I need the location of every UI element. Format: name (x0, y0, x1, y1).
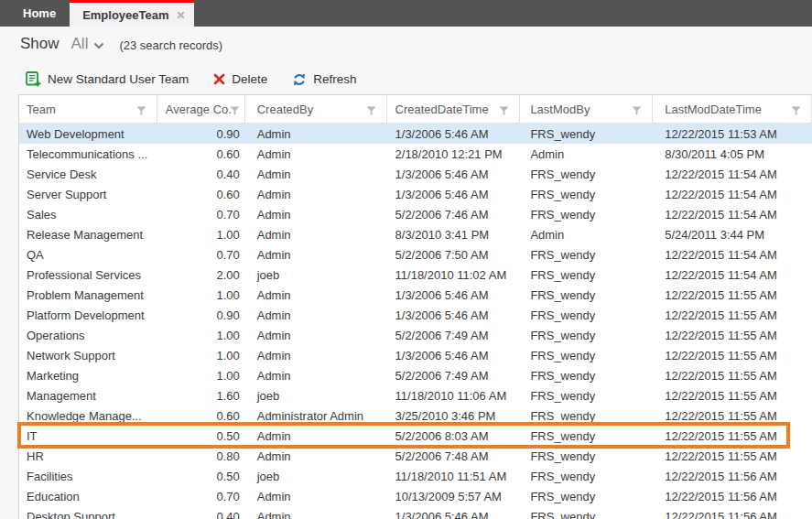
cell-average-co: 0.90 (157, 308, 245, 322)
cell-createdby: Admin (245, 490, 387, 503)
cell-team: Management (19, 389, 157, 403)
column-header-createddatetime[interactable]: CreatedDateTime (387, 95, 521, 123)
refresh-label: Refresh (313, 72, 356, 86)
cell-team: Server Support (19, 188, 157, 201)
cell-team: Facilities (19, 470, 157, 483)
cell-createddatetime: 11/18/2010 11:51 AM (387, 470, 521, 483)
cell-team: HR (19, 449, 157, 463)
cell-average-co: 1.00 (157, 228, 245, 242)
cell-createddatetime: 1/3/2006 5:46 AM (387, 168, 521, 181)
table-row[interactable]: Release Management1.00Admin8/3/2010 3:41… (19, 224, 812, 244)
table-row[interactable]: Facilities0.50joeb11/18/2010 11:51 AMFRS… (19, 466, 812, 486)
cell-average-co: 0.80 (157, 449, 245, 463)
table-row[interactable]: Operations1.00Admin5/2/2006 7:49 AMFRS_w… (19, 325, 812, 345)
cell-lastmodby: FRS_wendy (520, 429, 653, 443)
table-row[interactable]: Desktop Support0.40Admin1/3/2006 5:46 AM… (19, 506, 812, 519)
filter-icon[interactable] (632, 104, 642, 118)
cell-lastmodby: FRS_wendy (520, 510, 653, 519)
cell-createddatetime: 5/2/2006 7:49 AM (387, 329, 521, 342)
cell-createddatetime: 1/3/2006 5:46 AM (387, 349, 521, 362)
record-count: (23 search records) (119, 36, 222, 52)
table-row[interactable]: Knowledge Manage...0.60Administrator Adm… (19, 405, 812, 426)
cell-createdby: Admin (245, 147, 387, 161)
filter-icon[interactable] (791, 104, 801, 118)
cell-lastmodby: FRS_wendy (520, 470, 653, 483)
table-row[interactable]: QA0.70Admin5/2/2006 7:50 AMFRS_wendy12/2… (19, 244, 812, 265)
cell-average-co: 2.00 (157, 268, 245, 282)
cell-average-co: 0.50 (157, 470, 245, 483)
table-row[interactable]: Management1.60joeb11/18/2010 11:06 AMFRS… (19, 385, 812, 405)
cell-lastmodby: FRS_wendy (520, 349, 653, 362)
table-row[interactable]: Problem Management1.00Admin1/3/2006 5:46… (19, 285, 812, 305)
column-header-average-co[interactable]: Average Co. (157, 95, 245, 123)
table-row[interactable]: HR0.80Admin5/2/2006 7:48 AMFRS_wendy12/2… (19, 446, 812, 466)
show-filter-dropdown[interactable]: All (71, 35, 105, 53)
table-row[interactable]: Sales0.70Admin5/2/2006 7:46 AMFRS_wendy1… (19, 204, 812, 224)
table-row[interactable]: Education0.70Admin10/13/2009 5:57 AMFRS_… (19, 486, 812, 506)
table-row[interactable]: Platform Development0.90Admin1/3/2006 5:… (19, 305, 812, 325)
cell-lastmoddatetime: 12/22/2015 11:53 AM (653, 127, 812, 141)
table-row[interactable]: Network Support1.00Admin1/3/2006 5:46 AM… (19, 345, 812, 365)
cell-createddatetime: 3/25/2010 3:46 PM (387, 409, 521, 423)
column-header-createdby[interactable]: CreatedBy (245, 95, 387, 123)
cell-lastmodby: FRS_wendy (520, 409, 653, 423)
cell-lastmodby: FRS_wendy (520, 188, 653, 201)
cell-team: QA (19, 248, 157, 262)
delete-button[interactable]: Delete (213, 72, 267, 86)
cell-createdby: Admin (245, 510, 387, 519)
cell-createddatetime: 2/18/2010 12:21 PM (387, 147, 521, 161)
new-standard-user-team-button[interactable]: New Standard User Team (26, 71, 189, 87)
tab-employeeteam[interactable]: EmployeeTeam (70, 0, 193, 27)
cell-team: Marketing (19, 369, 157, 383)
cell-createddatetime: 5/2/2006 8:03 AM (387, 429, 521, 443)
filter-icon[interactable] (136, 104, 146, 118)
column-header-label: LastModDateTime (665, 103, 762, 116)
tab-home[interactable]: Home (9, 0, 70, 27)
cell-team: IT (19, 429, 157, 443)
cell-createdby: Admin (245, 228, 387, 242)
cell-createddatetime: 1/3/2006 5:46 AM (387, 127, 521, 141)
cell-lastmoddatetime: 12/22/2015 11:55 AM (653, 349, 812, 362)
table-row[interactable]: Web Development0.90Admin1/3/2006 5:46 AM… (19, 124, 812, 144)
table-row[interactable]: Telecommunications ...0.60Admin2/18/2010… (19, 144, 812, 164)
cell-lastmodby: FRS_wendy (520, 268, 653, 282)
column-header-lastmoddatetime[interactable]: LastModDateTime (653, 95, 812, 123)
table-row[interactable]: Marketing1.00Admin5/2/2006 7:49 AMFRS_we… (19, 365, 812, 385)
table-row[interactable]: IT0.50Admin5/2/2006 8:03 AMFRS_wendy12/2… (19, 426, 812, 446)
column-header-team[interactable]: Team (19, 95, 157, 123)
cell-average-co: 1.00 (157, 349, 245, 362)
cell-lastmoddatetime: 12/22/2015 11:56 AM (653, 470, 812, 483)
cell-average-co: 1.00 (157, 329, 245, 342)
cell-team: Operations (19, 329, 157, 342)
cell-createdby: Admin (245, 449, 387, 463)
filter-icon[interactable] (366, 104, 376, 118)
cell-team: Desktop Support (19, 510, 157, 519)
table-row[interactable]: Server Support0.60Admin1/3/2006 5:46 AMF… (19, 184, 812, 204)
cell-createdby: Admin (245, 429, 387, 443)
column-header-lastmodby[interactable]: LastModBy (520, 95, 653, 123)
table-row[interactable]: Service Desk0.40Admin1/3/2006 5:46 AMFRS… (19, 164, 812, 184)
filter-icon[interactable] (499, 104, 509, 118)
cell-team: Problem Management (19, 288, 157, 302)
cell-lastmoddatetime: 8/30/2011 4:05 PM (653, 147, 812, 161)
cell-average-co: 0.70 (157, 208, 245, 222)
cell-average-co: 0.90 (157, 127, 245, 141)
column-header-label: Average Co. (166, 103, 232, 116)
cell-createdby: Admin (245, 308, 387, 322)
cell-team: Telecommunications ... (19, 147, 157, 161)
cell-lastmodby: FRS_wendy (520, 248, 653, 262)
cell-createdby: joeb (245, 389, 387, 403)
refresh-button[interactable]: Refresh (292, 72, 356, 87)
cell-team: Service Desk (19, 168, 157, 181)
data-grid: TeamAverage Co.CreatedByCreatedDateTimeL… (18, 94, 812, 519)
cell-average-co: 0.60 (157, 409, 245, 423)
close-icon[interactable] (177, 11, 185, 19)
cell-lastmodby: FRS_wendy (520, 490, 653, 503)
cell-team: Network Support (19, 349, 157, 362)
cell-createdby: Admin (245, 127, 387, 141)
cell-team: Platform Development (19, 308, 157, 322)
cell-lastmodby: FRS_wendy (520, 329, 653, 342)
cell-team: Knowledge Manage... (19, 409, 157, 423)
table-row[interactable]: Professional Services2.00joeb11/18/2010 … (19, 265, 812, 285)
filter-icon[interactable] (230, 104, 240, 118)
